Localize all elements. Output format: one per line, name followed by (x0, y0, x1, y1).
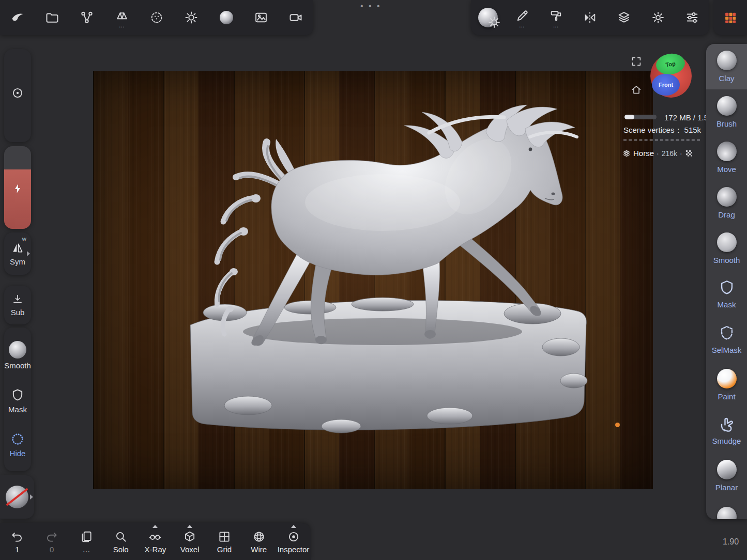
camera-button[interactable] (283, 2, 308, 33)
quick-mask-button[interactable]: Mask (8, 388, 27, 414)
matcap-sphere-icon (220, 11, 233, 24)
planar-sphere-icon (717, 460, 737, 479)
tool-sidebar: Clay Brush Move Drag Smooth Mask SelMask (706, 44, 747, 519)
window-handle-dots[interactable]: • • • (360, 2, 382, 11)
tool-smudge[interactable]: Smudge (706, 408, 747, 453)
symmetry-axis-label: W (22, 237, 27, 242)
multires-icon (622, 149, 631, 158)
inspector-label: Inspector (278, 545, 310, 554)
toggle-inspector[interactable]: Inspector (279, 530, 309, 554)
paint-roller-button[interactable]: … (544, 2, 569, 33)
background-image-button[interactable] (249, 2, 273, 33)
matcap-none-sphere-icon (6, 486, 28, 508)
toggle-voxel[interactable]: Voxel (175, 530, 205, 554)
object-name: Horse (633, 149, 654, 158)
viewport-canvas[interactable] (93, 71, 653, 489)
tool-mask[interactable]: Mask (706, 271, 747, 317)
xray-caret-icon[interactable] (153, 525, 158, 528)
top-toolbar-far-right (713, 0, 747, 35)
object-sep-1: · (657, 149, 659, 158)
grid-icon (218, 530, 231, 543)
settings-button[interactable] (646, 2, 670, 33)
top-toolbar-left: … (0, 0, 313, 35)
tool-planar[interactable]: Planar (706, 453, 747, 499)
sub-mode-toggle[interactable]: Sub (4, 286, 31, 324)
solo-label: Solo (113, 545, 129, 554)
home-view-icon[interactable] (631, 84, 642, 96)
horse-sculpture (93, 71, 653, 489)
matcap-flyout-arrow[interactable] (30, 494, 33, 500)
stylus-cursor-dot (615, 423, 620, 427)
active-object-row[interactable]: Horse · 216k · (622, 149, 693, 158)
pencil-more-dots: … (519, 24, 525, 27)
scene-graph-button[interactable] (74, 2, 99, 33)
tool-paint[interactable]: Paint (706, 362, 747, 408)
tool-clay-label: Clay (719, 74, 734, 83)
quick-hide-button[interactable]: Hide (10, 432, 26, 458)
matcap-button[interactable] (214, 2, 239, 33)
redo-count: 0 (50, 545, 54, 554)
scene-cards-button[interactable]: … (71, 530, 101, 554)
fullscreen-icon[interactable] (631, 56, 642, 67)
symmetry-flyout-arrow[interactable] (27, 251, 30, 256)
files-button[interactable] (40, 2, 65, 33)
memory-usage-fill (624, 115, 634, 119)
material-button[interactable] (476, 2, 500, 33)
radius-slider[interactable] (4, 49, 31, 142)
tool-smudge-label: Smudge (712, 437, 741, 445)
tool-move[interactable]: Move (706, 135, 747, 180)
material-gear-icon (487, 15, 501, 29)
stroke-falloff-button[interactable] (144, 2, 169, 33)
toggle-xray[interactable]: X-Ray (140, 530, 170, 554)
smudge-finger-icon (718, 415, 736, 433)
red-slash-icon (6, 488, 28, 506)
topology-button[interactable]: … (110, 2, 134, 33)
checker-icon (685, 149, 693, 157)
intensity-fill[interactable] (4, 169, 31, 229)
scene-vertices-value: 515k (684, 126, 702, 134)
gizmo-front-face[interactable]: Front (652, 74, 680, 96)
next-tool-sphere-icon[interactable] (717, 507, 737, 519)
object-vertex-count: 216k (662, 149, 677, 158)
matcap-none-button[interactable] (0, 475, 34, 519)
inspector-caret-icon[interactable] (291, 525, 296, 528)
symmetry-button[interactable] (577, 2, 602, 33)
gizmo-top-face[interactable]: Top (654, 52, 686, 76)
intensity-slider[interactable] (4, 146, 31, 229)
undo-button[interactable]: 1 (2, 530, 32, 554)
selmask-shield-icon (718, 324, 736, 342)
sliders-button[interactable] (680, 2, 705, 33)
toggle-solo[interactable]: Solo (106, 530, 136, 554)
wire-label: Wire (251, 545, 267, 554)
quick-smooth-button[interactable]: Smooth (4, 341, 31, 370)
layers-button[interactable] (612, 2, 636, 33)
app-logo[interactable] (5, 2, 30, 33)
tool-clay[interactable]: Clay (706, 44, 747, 89)
tool-brush[interactable]: Brush (706, 89, 747, 135)
toggle-grid[interactable]: Grid (209, 530, 239, 554)
orientation-gizmo[interactable]: Top Front (650, 54, 692, 98)
tool-brush-label: Brush (716, 119, 737, 128)
tool-selmask[interactable]: SelMask (706, 317, 747, 362)
toggle-wire[interactable]: Wire (244, 530, 274, 554)
bake-button[interactable] (718, 2, 743, 33)
tool-paint-label: Paint (718, 392, 735, 401)
tool-selmask-label: SelMask (712, 346, 742, 354)
tool-smooth[interactable]: Smooth (706, 226, 747, 271)
tool-drag[interactable]: Drag (706, 180, 747, 226)
hide-lasso-icon (10, 432, 25, 446)
quick-hide-label: Hide (10, 449, 26, 458)
redo-button[interactable]: 0 (37, 530, 67, 554)
gizmo-front-label: Front (659, 82, 673, 88)
quick-smooth-label: Smooth (4, 361, 31, 370)
lighting-button[interactable] (179, 2, 204, 33)
smooth-sphere-icon (717, 232, 737, 252)
paint-sphere-icon (717, 369, 737, 388)
voxel-caret-icon[interactable] (187, 525, 192, 528)
topology-more-dots: … (119, 24, 125, 27)
intensity-track[interactable] (4, 146, 31, 169)
tool-planar-label: Planar (715, 483, 738, 492)
pencil-tool-button[interactable]: … (510, 2, 535, 33)
top-toolbar-right: … … (471, 0, 709, 35)
symmetry-toggle[interactable]: W Sym (4, 232, 31, 275)
